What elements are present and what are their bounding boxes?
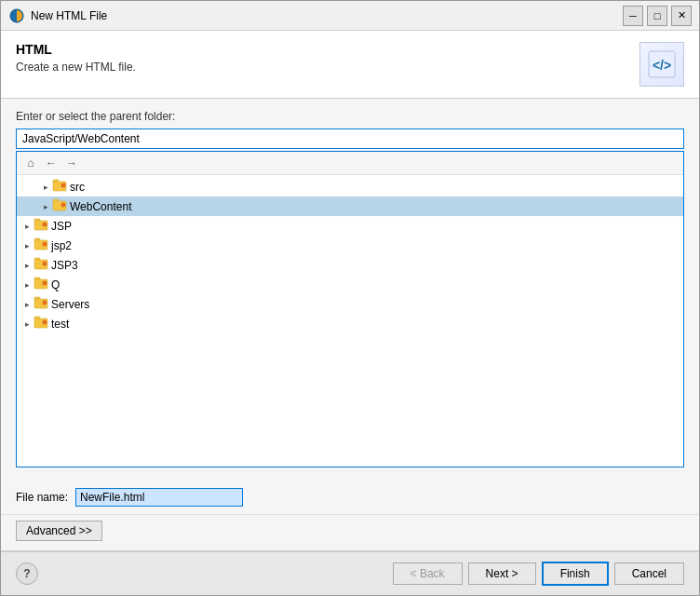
folder-icon <box>52 179 67 195</box>
help-button[interactable]: ? <box>16 562 38 585</box>
titlebar-controls: ─ □ ✕ <box>623 6 692 26</box>
tree-expand-icon: ▸ <box>20 300 34 309</box>
header-title: HTML <box>16 42 136 57</box>
tree-toolbar: ⌂ ← → <box>17 152 683 175</box>
titlebar-title: New HTML File <box>31 9 623 22</box>
tree-item[interactable]: ▸src <box>17 177 683 196</box>
tree-home-button[interactable]: ⌂ <box>22 155 39 171</box>
tree-expand-icon: ▸ <box>20 261 34 270</box>
header-description: Create a new HTML file. <box>16 61 136 74</box>
tree-item[interactable]: ▸Q <box>17 275 683 294</box>
html-icon: </> <box>639 42 684 87</box>
folder-section-label: Enter or select the parent folder: <box>16 110 684 123</box>
maximize-button[interactable]: □ <box>647 6 667 26</box>
folder-icon <box>34 257 48 273</box>
folder-icon <box>34 316 48 332</box>
svg-point-23 <box>43 301 47 305</box>
tree-item[interactable]: ▸Servers <box>17 294 683 314</box>
tree-expand-icon: ▸ <box>39 202 52 211</box>
dialog-header: HTML Create a new HTML file. </> <box>1 31 699 99</box>
svg-point-14 <box>43 242 47 247</box>
finish-button[interactable]: Finish <box>542 562 609 586</box>
tree-forward-button[interactable]: → <box>63 155 80 171</box>
svg-point-26 <box>43 320 47 325</box>
tree-item-label: JSP3 <box>51 259 78 272</box>
titlebar: New HTML File ─ □ ✕ <box>1 1 699 31</box>
tree-expand-icon: ▸ <box>20 241 34 251</box>
tree-item[interactable]: ▸JSP <box>17 216 683 236</box>
dialog-body: HTML Create a new HTML file. </> Enter o… <box>1 31 699 595</box>
folder-icon <box>34 277 48 292</box>
next-button[interactable]: Next > <box>468 562 536 585</box>
folder-icon <box>52 198 67 214</box>
close-button[interactable]: ✕ <box>671 6 692 26</box>
tree-item-label: Q <box>51 278 60 291</box>
filename-row: File name: <box>1 479 699 514</box>
svg-point-20 <box>43 281 47 286</box>
filename-label: File name: <box>16 491 68 504</box>
svg-point-5 <box>61 183 66 188</box>
advanced-row: Advanced >> <box>1 514 699 550</box>
tree-item[interactable]: ▸test <box>17 314 683 333</box>
tree-expand-icon: ▸ <box>20 280 34 290</box>
tree-container: ⌂ ← → ▸src▸WebContent▸JSP▸jsp2▸JSP3▸Q▸Se… <box>16 151 684 467</box>
folder-icon <box>34 218 48 234</box>
svg-point-8 <box>61 203 66 208</box>
tree-item-label: jsp2 <box>51 239 72 252</box>
tree-expand-icon: ▸ <box>20 319 34 329</box>
app-icon <box>8 7 25 24</box>
tree-item[interactable]: ▸JSP3 <box>17 255 683 275</box>
tree-item[interactable]: ▸WebContent <box>17 196 683 216</box>
tree-item-label: test <box>51 318 69 331</box>
button-bar: ? < Back Next > Finish Cancel <box>1 550 699 595</box>
header-text: HTML Create a new HTML file. <box>16 42 136 74</box>
advanced-button[interactable]: Advanced >> <box>16 521 102 541</box>
tree-item[interactable]: ▸jsp2 <box>17 236 683 255</box>
dialog-main: Enter or select the parent folder: ⌂ ← →… <box>1 99 699 479</box>
svg-point-11 <box>43 223 47 227</box>
folder-path-input[interactable] <box>16 129 684 149</box>
back-button[interactable]: < Back <box>393 562 463 585</box>
svg-text:</>: </> <box>653 58 671 73</box>
svg-point-17 <box>43 262 47 266</box>
tree-content[interactable]: ▸src▸WebContent▸JSP▸jsp2▸JSP3▸Q▸Servers▸… <box>17 175 683 467</box>
tree-expand-icon: ▸ <box>20 222 34 231</box>
tree-item-label: WebContent <box>70 200 132 213</box>
filename-input[interactable] <box>75 488 243 507</box>
tree-item-label: src <box>70 181 85 194</box>
folder-icon <box>34 237 48 253</box>
tree-expand-icon: ▸ <box>39 183 52 192</box>
tree-item-label: JSP <box>51 220 72 233</box>
tree-item-label: Servers <box>51 298 89 311</box>
folder-icon <box>34 296 48 312</box>
cancel-button[interactable]: Cancel <box>614 562 684 585</box>
minimize-button[interactable]: ─ <box>623 6 643 26</box>
tree-back-button[interactable]: ← <box>43 155 60 171</box>
